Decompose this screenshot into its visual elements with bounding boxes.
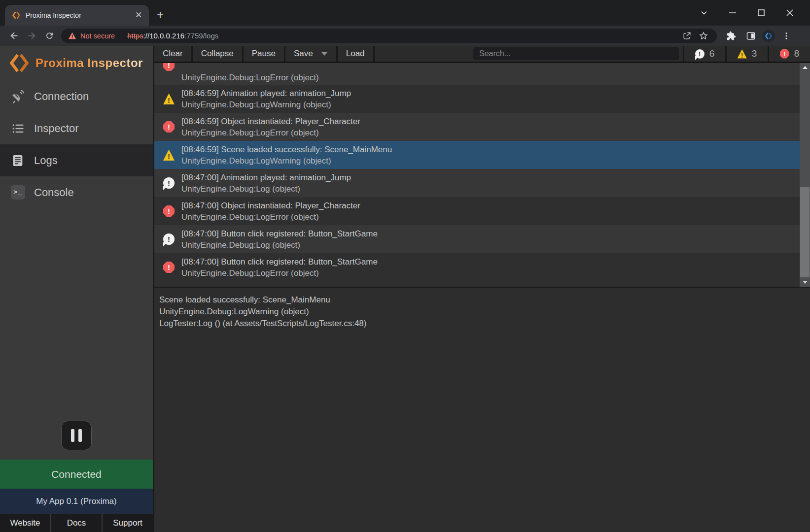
sidebar-footer: Website Docs Support [0, 514, 153, 532]
scroll-down-arrow[interactable] [800, 279, 810, 286]
log-row[interactable]: [08:46:59] Animation played: animation_J… [154, 85, 800, 113]
window-maximize-button[interactable] [747, 0, 775, 26]
log-level-icon [163, 233, 175, 245]
log-row[interactable]: [08:47:00] Animation played: animation_J… [154, 169, 800, 197]
save-button[interactable]: Save [285, 46, 338, 62]
collapse-button[interactable]: Collapse [193, 46, 244, 62]
scrollbar-thumb[interactable] [800, 187, 810, 277]
warning-count-filter[interactable]: 3 [725, 46, 768, 62]
not-secure-label[interactable]: Not secure [80, 32, 115, 40]
log-level-icon [163, 121, 175, 133]
log-message: [08:47:00] Animation played: animation_J… [181, 172, 351, 183]
website-link[interactable]: Website [0, 514, 50, 532]
back-button[interactable] [5, 27, 23, 45]
log-stack: UnityEngine.Debug:LogError (object) [181, 72, 319, 83]
detail-line: LogTester:Log () (at Assets/TestScripts/… [159, 318, 805, 330]
log-row-selected[interactable]: [08:46:59] Scene loaded successfully: Sc… [154, 141, 800, 169]
pause-icon [71, 429, 74, 442]
browser-titlebar: Proxima Inspector ✕ + [0, 0, 810, 26]
info-count: 6 [709, 48, 715, 59]
profile-avatar[interactable] [762, 30, 775, 42]
scroll-up-arrow[interactable] [800, 64, 810, 71]
not-secure-warning-icon [68, 32, 76, 39]
support-link[interactable]: Support [102, 514, 153, 532]
log-message: [08:47:00] Button click registered: Butt… [181, 256, 378, 267]
load-button[interactable]: Load [338, 46, 375, 62]
log-message: [08:47:00] Object instantiated: Player_C… [181, 200, 360, 211]
log-row[interactable]: [08:47:00] Button click registered: Butt… [154, 253, 800, 281]
window-minimize-button[interactable] [718, 0, 747, 26]
log-list: UnityEngine.Debug:LogError (object) [08:… [154, 63, 810, 288]
log-list-scrollbar[interactable] [800, 63, 810, 287]
app-logo: Proxima Inspector [0, 46, 153, 80]
tab-search-chevron-icon[interactable] [690, 0, 718, 26]
url-host: 10.0.0.216 [149, 32, 184, 40]
log-stack: UnityEngine.Debug:LogWarning (object) [181, 99, 351, 110]
browser-window: Proxima Inspector ✕ + [0, 0, 810, 532]
error-count-filter[interactable]: 8 [768, 46, 810, 62]
warning-count: 3 [752, 48, 757, 59]
forward-button[interactable] [23, 27, 40, 45]
document-lines-icon [10, 154, 26, 167]
warning-icon [738, 49, 747, 59]
log-level-icon [163, 262, 175, 273]
log-level-icon [163, 63, 175, 71]
sidebar-item-console[interactable]: >_ Console [0, 176, 153, 208]
sidebar-item-label: Connection [34, 90, 89, 103]
connection-status-badge: Connected [0, 460, 153, 489]
browser-tab[interactable]: Proxima Inspector ✕ [5, 5, 149, 26]
sidebar-item-logs[interactable]: Logs [0, 144, 153, 176]
log-stack: UnityEngine.Debug:LogError (object) [181, 267, 378, 279]
sidebar-item-label: Console [34, 186, 74, 199]
log-level-icon [163, 149, 175, 161]
log-stack: UnityEngine.Debug:Log (object) [181, 183, 351, 195]
log-row[interactable]: [08:46:59] Object instantiated: Player_C… [154, 113, 800, 141]
app-title: Proxima Inspector [35, 56, 143, 70]
log-message: [08:47:00] Button click registered: Butt… [181, 228, 378, 239]
detail-line: UnityEngine.Debug:LogWarning (object) [159, 306, 805, 318]
sidebar-item-label: Inspector [34, 122, 79, 135]
url-path: :7759/logs [184, 32, 218, 40]
side-panel-icon[interactable] [742, 28, 759, 44]
url-delimiter: :// [143, 32, 150, 40]
log-detail-pane: Scene loaded successfully: Scene_MainMen… [154, 288, 810, 532]
tab-close-icon[interactable]: ✕ [133, 10, 144, 21]
log-row[interactable]: [08:47:00] Object instantiated: Player_C… [154, 197, 800, 225]
log-stack: UnityEngine.Debug:Log (object) [181, 239, 378, 251]
proxima-favicon [12, 11, 21, 20]
reload-button[interactable] [40, 27, 58, 45]
proxima-logo-icon [9, 53, 30, 73]
share-icon[interactable] [678, 29, 695, 43]
pause-stream-button[interactable] [61, 421, 92, 450]
search-input[interactable] [473, 47, 679, 60]
extensions-puzzle-icon[interactable] [723, 28, 740, 44]
log-stack: UnityEngine.Debug:LogError (object) [181, 211, 360, 223]
log-row[interactable]: [08:47:00] Button click registered: Butt… [154, 225, 800, 253]
log-row[interactable]: UnityEngine.Debug:LogError (object) [154, 63, 800, 85]
docs-link[interactable]: Docs [50, 514, 102, 532]
save-dropdown-caret-icon[interactable] [321, 52, 328, 56]
new-tab-button[interactable]: + [153, 8, 168, 23]
url-text[interactable]: https://10.0.0.216:7759/logs [127, 32, 218, 40]
log-level-icon [163, 177, 175, 189]
log-message: [08:46:59] Scene loaded successfully: Sc… [181, 144, 392, 155]
satellite-dish-icon [10, 89, 26, 104]
log-message: [08:46:59] Animation played: animation_J… [181, 88, 351, 99]
sidebar-item-connection[interactable]: Connection [0, 80, 153, 112]
terminal-icon: >_ [10, 185, 26, 200]
browser-menu-kebab-icon[interactable] [778, 28, 795, 44]
bookmark-star-icon[interactable] [695, 29, 712, 43]
tab-title: Proxima Inspector [26, 11, 133, 19]
url-scheme: https [127, 32, 143, 40]
info-count-filter[interactable]: 6 [683, 46, 725, 62]
log-level-icon [163, 205, 175, 217]
sidebar-item-label: Logs [34, 154, 58, 167]
address-bar[interactable]: Not secure https://10.0.0.216:7759/logs [61, 29, 717, 43]
clear-button[interactable]: Clear [154, 46, 193, 62]
sidebar-item-inspector[interactable]: Inspector [0, 112, 153, 144]
pause-button[interactable]: Pause [244, 46, 285, 62]
sidebar: Proxima Inspector Connection [0, 46, 153, 532]
list-icon [10, 122, 26, 135]
window-close-button[interactable] [775, 0, 804, 26]
log-stack: UnityEngine.Debug:LogWarning (object) [181, 155, 392, 166]
